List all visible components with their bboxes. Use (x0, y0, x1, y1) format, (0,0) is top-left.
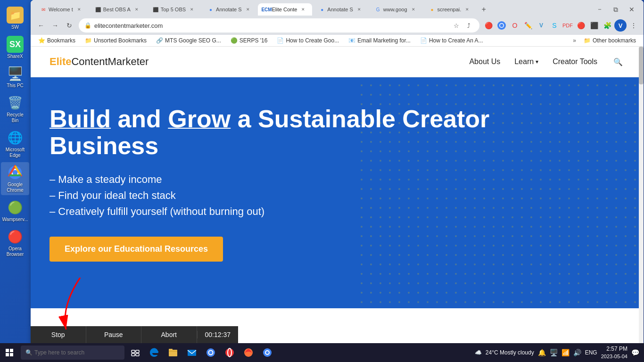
browser-tab-screenpai[interactable]: ● screenpai. ✕ (423, 3, 477, 16)
desktop-icon-edge[interactable]: 🌐 Microsoft Edge (1, 127, 29, 160)
taskbar-google-icon[interactable] (203, 345, 219, 361)
browser-tab-gmail[interactable]: ✉ Welcome t ✕ (34, 3, 88, 16)
puzzle-icon[interactable]: 🧩 (601, 19, 613, 32)
stop-button[interactable]: Stop (31, 326, 86, 343)
tab-label-gmail: Welcome t (49, 7, 73, 12)
bookmark-create-google-label: How to Create Goo... (286, 37, 339, 44)
site-logo: EliteContentMarketer (50, 56, 149, 68)
browser-toolbar-icons: 🔴 O ✏️ V S PDF 🔴 ⬛ 🧩 (482, 19, 640, 32)
desktop: 📁 SW SX ShareX 🖥️ This PC 🗑️ Recycle Bin… (0, 0, 644, 362)
reload-button[interactable]: ↻ (63, 19, 76, 32)
taskbar-chrome-taskbar-icon[interactable] (259, 345, 275, 361)
desktop-icon-sharex[interactable]: SX ShareX (1, 34, 29, 61)
bookmark-email-marketing[interactable]: 📧 Email Marketing for... (345, 36, 414, 45)
taskbar-search-input[interactable] (34, 349, 119, 356)
taskbar-edge-icon[interactable] (146, 345, 162, 361)
minimize-button[interactable]: － (594, 3, 606, 16)
browser-tab-google[interactable]: G www.goog ✕ (369, 3, 422, 16)
forward-button[interactable]: → (49, 19, 62, 32)
bookmark-email-marketing-label: Email Marketing for... (357, 37, 411, 44)
gmail-favicon: ✉ (40, 6, 47, 13)
taskbar-network-icon[interactable]: 📶 (561, 349, 570, 356)
url-text: elitecontentmarketer.com (94, 22, 448, 29)
menu-icon[interactable]: ⋮ (627, 19, 640, 32)
stylus-icon[interactable]: ✏️ (522, 19, 534, 32)
skype-icon[interactable]: S (548, 19, 561, 32)
tab-close-ecm[interactable]: ✕ (300, 6, 306, 13)
taskbar-usb-icon[interactable]: 🖥️ (550, 349, 558, 356)
bookmark-unsorted[interactable]: 📁 Unsorted Bookmarks (81, 36, 150, 45)
tab-close-gmail[interactable]: ✕ (76, 6, 83, 13)
start-button[interactable] (0, 343, 19, 362)
taskbar-volume-icon[interactable]: 🔊 (573, 349, 581, 356)
browser-tab-obs1[interactable]: ⬛ Best OBS A ✕ (89, 3, 146, 16)
about-us-label: About Us (469, 58, 500, 66)
site-nav-creator-tools[interactable]: Creator Tools (553, 58, 597, 66)
desktop-icon-recyclebin[interactable]: 🗑️ Recycle Bin (1, 92, 29, 125)
bookmark-create-an[interactable]: 📄 How to Create An A... (416, 36, 487, 45)
taskbar-search-box[interactable]: 🔍 (21, 346, 124, 360)
taskbar-notification-icon[interactable]: 🔔 (538, 349, 546, 356)
taskbar-firefox-icon[interactable] (240, 345, 256, 361)
bookmark-serps[interactable]: 🟢 SERPS '16 (227, 36, 272, 45)
lock-icon: 🔒 (84, 22, 91, 29)
scrollbar-thumb[interactable] (639, 47, 644, 84)
desktop-icon-chrome[interactable]: Google Chrome (1, 162, 29, 195)
desktop-icon-opera[interactable]: 🔴 Opera Browser (1, 226, 29, 259)
site-nav-learn[interactable]: Learn ▾ (514, 58, 538, 66)
site-search-button[interactable]: 🔍 (611, 55, 625, 68)
taskbar-notification-center[interactable]: 💬 (631, 349, 639, 356)
venmo-icon[interactable]: V (535, 19, 547, 32)
abort-button[interactable]: Abort (141, 326, 197, 343)
browser-tab-annotate2[interactable]: ● Annotate S ✕ (313, 3, 368, 16)
website-content: EliteContentMarketer About Us Learn ▾ Cr… (31, 47, 644, 343)
browser-scrollbar[interactable] (639, 47, 644, 343)
ext-icon2[interactable]: 🔴 (575, 19, 587, 32)
pause-button[interactable]: Pause (86, 326, 142, 343)
taskbar-files-icon[interactable] (165, 345, 181, 361)
chrome-icon[interactable] (495, 19, 508, 32)
pdf-icon[interactable]: PDF (561, 19, 574, 32)
ext-icon3[interactable]: ⬛ (588, 19, 600, 32)
bookmark-star-icon[interactable]: ☆ (451, 20, 462, 31)
cta-explore-button[interactable]: Explore our Educational Resources (50, 237, 223, 262)
taskbar-task-view[interactable] (127, 345, 143, 361)
desktop-icon-edge-label: Microsoft Edge (3, 147, 27, 158)
other-bookmarks[interactable]: 📁 Other bookmarks (580, 36, 640, 45)
other-bookmarks-folder-icon: 📁 (584, 37, 591, 44)
extensions-icon[interactable]: 🔴 (482, 19, 495, 32)
bookmarks-more-button[interactable]: » (571, 36, 578, 45)
desktop-icon-sw[interactable]: 📁 SW (1, 5, 29, 32)
back-button[interactable]: ← (34, 19, 48, 32)
svg-rect-15 (132, 354, 135, 356)
tab-close-google[interactable]: ✕ (410, 6, 417, 13)
profile-icon[interactable]: V (614, 19, 627, 32)
taskbar-mail-icon[interactable] (184, 345, 200, 361)
browser-tab-annotate1[interactable]: ● Annotate S ✕ (202, 3, 256, 16)
share-icon[interactable]: ⤴ (463, 20, 474, 31)
browser-tab-obs2[interactable]: ⬛ Top 5 OBS ✕ (147, 3, 201, 16)
tab-label-obs2: Top 5 OBS (161, 7, 186, 12)
site-nav-about[interactable]: About Us (469, 58, 500, 66)
taskbar-time-value: 2:57 PM (601, 346, 627, 353)
restore-button[interactable]: ⧉ (610, 3, 622, 16)
tab-close-annotate1[interactable]: ✕ (245, 6, 251, 13)
close-button[interactable]: ✕ (626, 3, 638, 16)
url-bar[interactable]: 🔒 elitecontentmarketer.com ☆ ⤴ (79, 18, 479, 33)
desktop-icon-wamp[interactable]: 🟢 Wampserv... (1, 197, 29, 224)
bookmark-bookmarks[interactable]: ⭐ Bookmarks (34, 36, 79, 45)
bookmark-mts-seo[interactable]: 🔗 MTS Google SEO G... (152, 36, 225, 45)
desktop-icon-thispc[interactable]: 🖥️ This PC (1, 63, 29, 90)
tab-close-obs1[interactable]: ✕ (133, 6, 140, 13)
bookmark-create-google[interactable]: 📄 How to Create Goo... (273, 36, 343, 45)
tab-close-annotate2[interactable]: ✕ (356, 6, 363, 13)
taskbar-weather-text: 24°C Mostly cloudy (486, 349, 534, 356)
tab-close-screenpai[interactable]: ✕ (464, 6, 471, 13)
tab-label-annotate1: Annotate S (216, 7, 241, 12)
opera-icon[interactable]: O (509, 19, 521, 32)
screenpai-favicon: ● (429, 6, 436, 13)
taskbar-opera-icon[interactable] (222, 345, 238, 361)
tab-close-obs2[interactable]: ✕ (189, 6, 195, 13)
browser-tab-ecm[interactable]: ECM Elite Conte ✕ (258, 3, 313, 16)
new-tab-button[interactable]: + (477, 3, 490, 16)
